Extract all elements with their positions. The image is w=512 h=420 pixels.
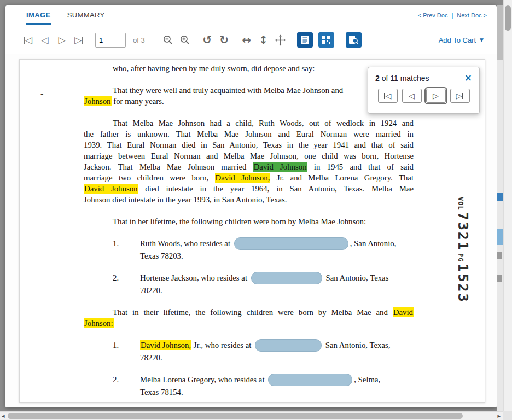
doc-line: 2.Hortense Jackson, who resides at San A… [84, 272, 414, 285]
search-document-icon [348, 35, 358, 45]
document-page-icon [301, 35, 309, 45]
background-fragment [497, 252, 502, 259]
doc-line: That Melba Mae Johnson had a child, Ruth… [84, 118, 414, 129]
search-matches-popup: 2 of 11 matches × ◁ ◁ ▷ ▷ [368, 67, 480, 114]
redaction-box [255, 339, 322, 352]
add-to-cart-button[interactable]: Add To Cart ▼ [439, 36, 484, 44]
scroll-right-arrow-icon[interactable]: ▸ [497, 412, 501, 420]
document-search-button[interactable] [346, 32, 362, 48]
match-nav-buttons: ◁ ◁ ▷ ▷ [375, 89, 472, 103]
single-page-view-button[interactable] [297, 32, 313, 48]
tab-summary[interactable]: SUMMARY [67, 5, 105, 25]
document-viewer-area: - who, after having been by me duly swor… [5, 54, 497, 407]
page-number-input[interactable] [95, 33, 126, 48]
zoom-out-button[interactable] [162, 33, 174, 46]
doc-line: who, after having been by me duly sworn,… [84, 63, 414, 74]
first-page-button[interactable]: ◁ [22, 33, 34, 46]
zoom-in-button[interactable] [179, 33, 191, 46]
search-match-highlight: Johnson [84, 96, 112, 106]
doc-line: Johnson died intestate in the year 1993,… [84, 194, 414, 205]
next-page-button[interactable]: ▷ [56, 33, 68, 46]
stamp-pg-label: PG [457, 253, 464, 262]
document-navigation: < Prev Doc | Next Doc > [418, 5, 487, 25]
next-doc-link[interactable]: Next Doc > [457, 12, 487, 19]
zoom-in-icon [179, 34, 190, 45]
close-button[interactable]: × [464, 73, 472, 83]
pan-icon [275, 34, 286, 46]
match-prev-button[interactable]: ◁ [402, 89, 422, 103]
scroll-left-arrow-icon[interactable]: ◂ [2, 412, 5, 420]
doc-line: Johnson for many years. [84, 96, 414, 107]
horizontal-scrollbar[interactable]: ◂ ▸ [0, 411, 503, 420]
current-match-highlight: David Johnson [253, 162, 307, 172]
scrollbar-corner [503, 411, 512, 420]
last-page-icon: ▷ [74, 36, 83, 45]
doc-paragraph: That Melba Mae Johnson had a child, Ruth… [84, 118, 414, 205]
stamp-pg-number: 1523 [455, 264, 471, 303]
add-to-cart-label: Add To Cart [439, 36, 476, 44]
last-page-button[interactable]: ▷ [73, 33, 85, 46]
search-match-highlight: David Johnson, [215, 173, 271, 183]
list-number: 1. [113, 238, 140, 249]
redaction-box [251, 272, 322, 284]
last-match-icon: ▷ [456, 92, 464, 100]
search-match-highlight: David Johnson [84, 184, 138, 194]
margin-mark: - [40, 89, 43, 99]
horizontal-scrollbar-thumb[interactable] [8, 413, 463, 419]
next-match-icon: ▷ [433, 92, 439, 100]
list-number: 1. [113, 340, 140, 351]
document-viewer-modal: IMAGE SUMMARY < Prev Doc | Next Doc > ◁ … [5, 5, 497, 407]
doc-paragraph: 2.Hortense Jackson, who resides at San A… [84, 272, 414, 296]
tab-image[interactable]: IMAGE [26, 5, 51, 25]
doc-line: 1939. That Eural Norman died in San Anto… [84, 139, 414, 150]
doc-line: 1.Ruth Woods, who resides at , San Anton… [84, 238, 414, 250]
search-match-highlight: David Johnson, [140, 340, 191, 350]
doc-line: the father is unknown. That Melba Mae Jo… [84, 129, 414, 139]
doc-line: 1.David Johnson, Jr., who resides at San… [84, 340, 414, 352]
doc-paragraph: 1.Ruth Woods, who resides at , San Anton… [84, 238, 414, 261]
thumbnail-grid-icon [322, 36, 330, 44]
prev-doc-link[interactable]: < Prev Doc [418, 12, 448, 19]
doc-paragraph: 1.David Johnson, Jr., who resides at San… [84, 340, 414, 363]
doc-line: 2.Melba Lorena Gregory, who resides at ,… [84, 374, 414, 387]
doc-paragraph: That they were well and truly acquainted… [84, 85, 414, 107]
fit-width-icon: ↔ [242, 34, 251, 45]
vertical-scrollbar[interactable] [503, 0, 512, 411]
doc-line: That in their lifetime, the following ch… [84, 307, 414, 318]
doc-line: That in her lifetime, the following chil… [84, 216, 414, 227]
prev-page-icon: ◁ [41, 36, 48, 45]
fit-height-icon: ↕ [259, 34, 268, 45]
vertical-scrollbar-thumb[interactable] [505, 5, 511, 31]
page-count-label: of 3 [133, 36, 145, 44]
match-first-button[interactable]: ◁ [378, 89, 398, 103]
redaction-box [234, 237, 348, 250]
first-page-icon: ◁ [24, 36, 32, 45]
fit-width-button[interactable]: ↔ [241, 33, 253, 46]
doc-line: marriage two children were born, David J… [84, 172, 414, 183]
background-page-edge [497, 5, 503, 411]
fit-height-button[interactable]: ↕ [258, 33, 270, 46]
vol-pg-stamp: VOL7321PG1523 [455, 195, 471, 304]
stamp-vol-label: VOL [457, 197, 464, 211]
doc-paragraph: 2.Melba Lorena Gregory, who resides at ,… [84, 374, 414, 398]
background-fragment [497, 229, 503, 245]
rotate-cw-button[interactable]: ↻ [218, 33, 230, 46]
doc-paragraph: That in their lifetime, the following ch… [84, 307, 414, 329]
doc-line: 78220. [84, 352, 414, 363]
doc-nav-divider: | [451, 12, 453, 19]
doc-line: David Johnson died intestate in the year… [84, 183, 414, 194]
doc-line: marriage between Eural Norman and Melba … [84, 150, 414, 161]
tab-bar: IMAGE SUMMARY < Prev Doc | Next Doc > [5, 5, 497, 25]
zoom-out-icon [162, 34, 173, 45]
rotate-ccw-button[interactable]: ↺ [201, 33, 213, 46]
prev-page-button[interactable]: ◁ [39, 33, 51, 46]
pan-button[interactable] [275, 33, 287, 46]
doc-line: Texas 78203. [84, 250, 414, 261]
thumbnail-view-button[interactable] [318, 32, 334, 48]
match-last-button[interactable]: ▷ [450, 89, 470, 103]
doc-line: Texas 78154. [84, 387, 414, 398]
search-match-highlight: Johnson: [84, 318, 114, 328]
list-number: 2. [113, 374, 140, 385]
next-page-icon: ▷ [58, 36, 65, 45]
match-next-button[interactable]: ▷ [426, 89, 446, 103]
